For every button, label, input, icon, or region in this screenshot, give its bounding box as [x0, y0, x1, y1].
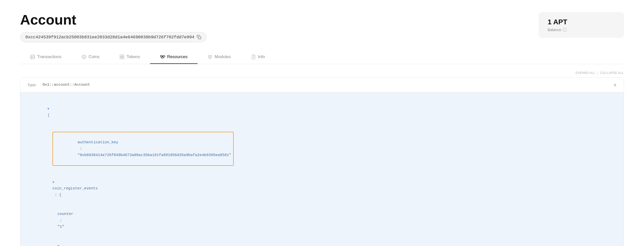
resources-icon [160, 54, 165, 59]
svg-rect-7 [120, 55, 122, 57]
tab-modules[interactable]: Modules [198, 50, 241, 64]
header-left: Account 0xcc424539f912acb25003b831ee2033… [20, 12, 207, 42]
table-icon [30, 54, 35, 59]
json-content: ▼ { authentication_key : "0xb6936414e726… [20, 92, 624, 246]
balance-card: 1 APT Balance i [539, 12, 624, 38]
resource-header: Type: 0x1::account::Account ∧ [20, 78, 624, 92]
json-line-coin-register: ▼ coin_register_events : { [29, 173, 615, 205]
svg-point-6 [83, 56, 85, 58]
svg-rect-10 [122, 57, 124, 59]
collapse-chevron[interactable]: ∧ [613, 82, 617, 88]
address-text: 0xcc424539f912acb25003b831ee2033d28d1a4e… [25, 35, 194, 40]
address-pill: 0xcc424539f912acb25003b831ee2033d28d1a4e… [20, 32, 207, 42]
controls-divider: | [597, 71, 598, 75]
tokens-icon [119, 54, 124, 59]
modules-icon [208, 54, 213, 59]
tabs-row: Transactions Coins Tokens [20, 50, 624, 64]
type-label: Type: [27, 83, 37, 87]
json-line-counter: counter : "1" [29, 205, 615, 237]
json-line-guid: ▼ guid : { [29, 236, 615, 246]
json-line-auth: authentication_key : "0xb6936414e726f849… [29, 125, 615, 173]
balance-label: Balance i [548, 28, 615, 32]
tab-coins-label: Coins [89, 54, 99, 59]
tab-resources-label: Resources [167, 54, 187, 59]
svg-rect-8 [122, 55, 124, 57]
tab-info[interactable]: Info [241, 50, 275, 64]
info-doc-icon [251, 54, 256, 59]
svg-rect-0 [199, 37, 201, 39]
tab-transactions-label: Transactions [37, 54, 61, 59]
tab-tokens[interactable]: Tokens [109, 50, 150, 64]
type-value: 0x1::account::Account [43, 83, 90, 87]
tab-modules-label: Modules [215, 54, 231, 59]
resource-type-row: Type: 0x1::account::Account [27, 83, 90, 87]
collapse-all-button[interactable]: COLLAPSE ALL [600, 71, 624, 75]
resource-panel: Type: 0x1::account::Account ∧ ▼ { authen… [20, 77, 624, 246]
collapse-triangle-2[interactable]: ▼ [52, 180, 54, 185]
highlighted-auth-key[interactable]: authentication_key : "0xb6936414e726f849… [52, 132, 234, 166]
tab-coins[interactable]: Coins [72, 50, 109, 64]
page-title: Account [20, 12, 207, 28]
svg-rect-9 [120, 57, 122, 59]
expand-all-button[interactable]: EXPAND ALL [576, 71, 595, 75]
json-line-open: ▼ { [29, 99, 615, 125]
coins-icon [82, 54, 87, 59]
svg-rect-1 [31, 55, 35, 59]
copy-button[interactable] [197, 35, 201, 39]
tab-resources[interactable]: Resources [150, 50, 198, 64]
svg-rect-13 [163, 56, 165, 57]
collapse-triangle-1[interactable]: ▼ [47, 106, 49, 111]
tab-info-label: Info [258, 54, 265, 59]
balance-info-icon[interactable]: i [563, 28, 567, 32]
expand-controls: EXPAND ALL | COLLAPSE ALL [20, 71, 624, 75]
balance-amount: 1 APT [548, 18, 615, 26]
tab-tokens-label: Tokens [126, 54, 140, 59]
tab-transactions[interactable]: Transactions [20, 50, 72, 64]
balance-label-text: Balance [548, 28, 561, 32]
header-row: Account 0xcc424539f912acb25003b831ee2033… [20, 12, 624, 42]
svg-point-5 [82, 55, 86, 59]
collapse-triangle-3[interactable]: ▼ [57, 244, 59, 246]
page-container: Account 0xcc424539f912acb25003b831ee2033… [0, 0, 644, 246]
